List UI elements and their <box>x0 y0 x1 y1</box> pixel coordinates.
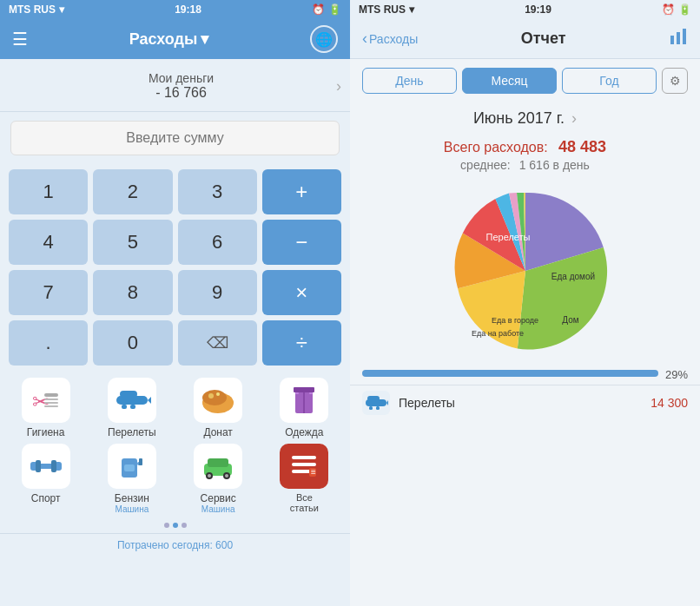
svg-rect-51 <box>376 406 380 410</box>
num-btn-1[interactable]: 1 <box>9 169 88 214</box>
num-btn-9[interactable]: 9 <box>178 270 257 315</box>
tab-month[interactable]: Месяц <box>462 68 557 94</box>
svg-point-12 <box>208 393 214 399</box>
globe-icon[interactable]: 🌐 <box>310 25 338 53</box>
clothes-icon <box>280 378 328 423</box>
legend-bar-section: 29% <box>350 363 700 385</box>
num-btn-plus[interactable]: + <box>262 169 341 214</box>
legend-flights-name: Перелеты <box>399 396 642 410</box>
right-wifi-icon: ▾ <box>409 3 414 16</box>
left-carrier: MTS RUS <box>9 3 56 16</box>
service-icon <box>194 444 242 489</box>
balance-chevron: › <box>336 77 341 96</box>
svg-rect-18 <box>309 392 313 394</box>
settings-icon[interactable]: ⚙ <box>662 68 688 94</box>
svg-point-33 <box>225 474 228 478</box>
right-status-right: ⏰ 🔋 <box>662 3 691 16</box>
report-title: Отчет <box>425 30 662 48</box>
num-btn-dot[interactable]: . <box>9 320 88 366</box>
left-wifi-icon: ▾ <box>59 3 64 16</box>
legend-item-flights[interactable]: Перелеты 14 300 <box>350 385 700 420</box>
average-label: среднее: <box>460 158 511 172</box>
tab-year[interactable]: Год <box>562 68 657 94</box>
title-dropdown-icon[interactable]: ▾ <box>201 30 208 49</box>
spent-today-text: Потрачено сегодня: 600 <box>117 539 233 551</box>
hamburger-icon[interactable]: ☰ <box>12 29 28 49</box>
categories-grid: ✂ Гигиена Перелеты <box>0 371 350 517</box>
svg-text:Еда домой: Еда домой <box>551 272 594 281</box>
dot-1 <box>164 523 169 528</box>
num-btn-3[interactable]: 3 <box>178 169 257 214</box>
category-clothes[interactable]: Одежда <box>264 378 345 438</box>
balance-title: Мои деньги <box>26 71 336 85</box>
back-label-text: Расходы <box>369 32 418 46</box>
svg-text:Еда на работе: Еда на работе <box>471 329 523 338</box>
svg-text:Дом: Дом <box>562 315 578 325</box>
left-top-bar: ☰ Расходы ▾ 🌐 <box>0 19 350 59</box>
num-btn-divide[interactable]: ÷ <box>262 320 341 366</box>
svg-point-13 <box>216 392 220 396</box>
pie-chart-container: Перелеты Еда домой Дом Еда на работе Еда… <box>350 179 700 363</box>
bar-chart-icon[interactable] <box>669 27 688 50</box>
category-donat[interactable]: Донат <box>178 378 259 438</box>
svg-rect-9 <box>130 405 135 409</box>
period-row: Июнь 2017 г. › <box>350 102 700 135</box>
category-sport[interactable]: Спорт <box>5 444 86 514</box>
num-btn-0[interactable]: 0 <box>93 320 172 366</box>
svg-rect-50 <box>369 406 373 410</box>
svg-rect-1 <box>44 393 58 397</box>
balance-section[interactable]: Мои деньги - 16 766 › <box>0 59 350 112</box>
svg-rect-27 <box>124 464 135 471</box>
legend-progress-bar <box>362 370 658 377</box>
left-battery-icon: 🔋 <box>328 3 341 16</box>
svg-text:Еда в городе: Еда в городе <box>491 316 538 325</box>
svg-rect-4 <box>44 405 58 407</box>
app-title-text: Расходы <box>129 30 198 49</box>
clothes-label: Одежда <box>285 426 323 438</box>
category-service[interactable]: Сервис Машина <box>178 444 259 514</box>
num-btn-multiply[interactable]: × <box>262 270 341 315</box>
svg-rect-39 <box>670 36 674 44</box>
left-status-right: ⏰ 🔋 <box>312 3 341 16</box>
amount-input[interactable] <box>10 121 340 155</box>
left-status-bar: MTS RUS ▾ 19:18 ⏰ 🔋 <box>0 0 350 19</box>
category-all[interactable]: ≡ Все статьи <box>264 444 345 514</box>
back-chevron-icon: ‹ <box>362 30 367 48</box>
all-label: Все статьи <box>290 492 319 513</box>
num-btn-5[interactable]: 5 <box>93 220 172 265</box>
svg-marker-7 <box>148 397 151 404</box>
period-text: Июнь 2017 г. <box>473 109 565 128</box>
num-btn-7[interactable]: 7 <box>9 270 88 315</box>
right-top-bar: ‹ Расходы Отчет <box>350 19 700 59</box>
sport-icon <box>22 444 70 489</box>
category-flights[interactable]: Перелеты <box>91 378 172 438</box>
dot-3 <box>182 523 187 528</box>
amount-input-section <box>0 112 350 164</box>
num-btn-4[interactable]: 4 <box>9 220 88 265</box>
average-row: среднее: 1 616 в день <box>362 158 688 172</box>
svg-text:≡: ≡ <box>311 467 316 477</box>
num-btn-8[interactable]: 8 <box>93 270 172 315</box>
donat-label: Донат <box>203 426 232 438</box>
num-btn-6[interactable]: 6 <box>178 220 257 265</box>
tab-day[interactable]: День <box>362 68 457 94</box>
petrol-icon <box>108 444 156 489</box>
service-label: Сервис <box>201 492 236 504</box>
spent-today: Потрачено сегодня: 600 <box>0 533 350 560</box>
num-btn-minus[interactable]: − <box>262 220 341 265</box>
num-btn-2[interactable]: 2 <box>93 169 172 214</box>
category-petrol[interactable]: Бензин Машина <box>91 444 172 514</box>
category-hygiene[interactable]: ✂ Гигиена <box>5 378 86 438</box>
svg-rect-34 <box>292 456 316 459</box>
num-btn-backspace[interactable]: ⌫ <box>178 320 257 366</box>
period-chevron-icon[interactable]: › <box>571 109 577 128</box>
svg-rect-8 <box>122 405 127 409</box>
svg-rect-26 <box>139 458 142 465</box>
dot-2 <box>173 523 178 528</box>
balance-text: Мои деньги - 16 766 <box>26 71 336 101</box>
stats-section: Всего расходов: 48 483 среднее: 1 616 в … <box>350 135 700 179</box>
total-amount: 48 483 <box>558 138 606 155</box>
svg-point-11 <box>202 390 227 405</box>
back-button[interactable]: ‹ Расходы <box>362 30 418 48</box>
svg-marker-49 <box>386 400 388 405</box>
